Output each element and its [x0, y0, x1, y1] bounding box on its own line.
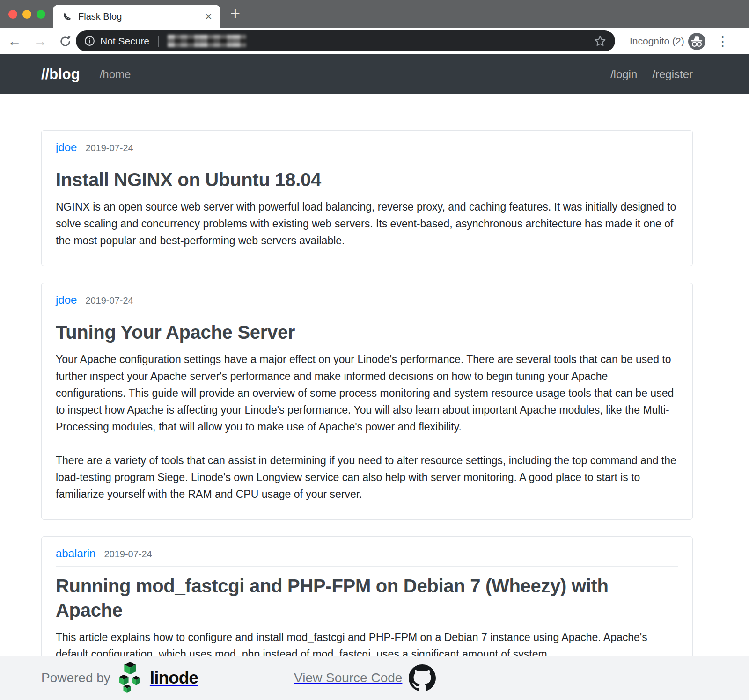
minimize-window-button[interactable] [22, 10, 31, 19]
post-card: jdoe 2019-07-24 Install NGINX on Ubuntu … [41, 130, 693, 266]
security-status-label: Not Secure [100, 36, 149, 47]
linode-logo[interactable]: linode [118, 662, 198, 694]
divider [56, 160, 678, 160]
post-card: jdoe 2019-07-24 Tuning Your Apache Serve… [41, 283, 693, 520]
window-controls [8, 10, 45, 19]
nav-link-login[interactable]: /login [610, 68, 637, 81]
incognito-icon [688, 33, 705, 50]
navbar-brand[interactable]: //blog [41, 66, 80, 83]
address-bar[interactable]: Not Secure [76, 30, 615, 51]
browser-tab[interactable]: Flask Blog × [53, 5, 220, 28]
info-icon[interactable] [84, 36, 95, 46]
reload-icon[interactable] [59, 35, 72, 48]
view-source-label: View Source Code [294, 671, 402, 685]
site-navbar: //blog /home /login /register [0, 54, 749, 94]
post-list: jdoe 2019-07-24 Install NGINX on Ubuntu … [0, 94, 749, 680]
browser-toolbar: ← → Not Secure Incognito (2) [0, 28, 749, 54]
post-date: 2019-07-24 [85, 143, 133, 153]
powered-by-label: Powered by [41, 671, 110, 685]
post-author-link[interactable]: jdoe [56, 293, 77, 306]
browser-tab-strip: Flask Blog × + [0, 0, 749, 28]
post-excerpt: There are a variety of tools that can as… [56, 452, 678, 503]
close-window-button[interactable] [8, 10, 17, 19]
post-date: 2019-07-24 [85, 295, 133, 306]
github-icon [409, 664, 436, 692]
url-redacted-text [168, 35, 246, 47]
linode-cubes-icon [118, 662, 145, 694]
view-source-link[interactable]: View Source Code [294, 664, 436, 692]
zoom-window-button[interactable] [37, 10, 45, 19]
page-footer: Powered by linode View Source Code [0, 656, 749, 700]
tab-title: Flask Blog [78, 11, 122, 22]
new-tab-button[interactable]: + [230, 4, 240, 23]
post-excerpt: NGINX is an open source web server with … [56, 198, 678, 249]
flask-favicon-icon [61, 11, 72, 22]
post-title[interactable]: Install NGINX on Ubuntu 18.04 [56, 168, 646, 192]
post-excerpt: Your Apache configuration settings have … [56, 351, 678, 435]
nav-link-register[interactable]: /register [652, 68, 693, 81]
post-date: 2019-07-24 [104, 549, 152, 560]
linode-wordmark: linode [150, 668, 198, 688]
forward-icon: → [33, 34, 47, 48]
post-author-link[interactable]: abalarin [56, 547, 95, 560]
divider [56, 566, 678, 567]
divider [56, 313, 678, 313]
url-divider [158, 36, 159, 47]
post-title[interactable]: Tuning Your Apache Server [56, 320, 646, 345]
browser-menu-icon[interactable]: ⋮ [716, 28, 729, 54]
post-author-link[interactable]: jdoe [56, 141, 77, 154]
post-title[interactable]: Running mod_fastcgi and PHP-FPM on Debia… [56, 574, 646, 623]
incognito-label: Incognito (2) [630, 28, 684, 54]
tab-close-icon[interactable]: × [205, 10, 212, 22]
nav-link-home[interactable]: /home [100, 68, 131, 81]
bookmark-star-icon[interactable] [594, 35, 607, 48]
back-icon[interactable]: ← [7, 34, 22, 48]
